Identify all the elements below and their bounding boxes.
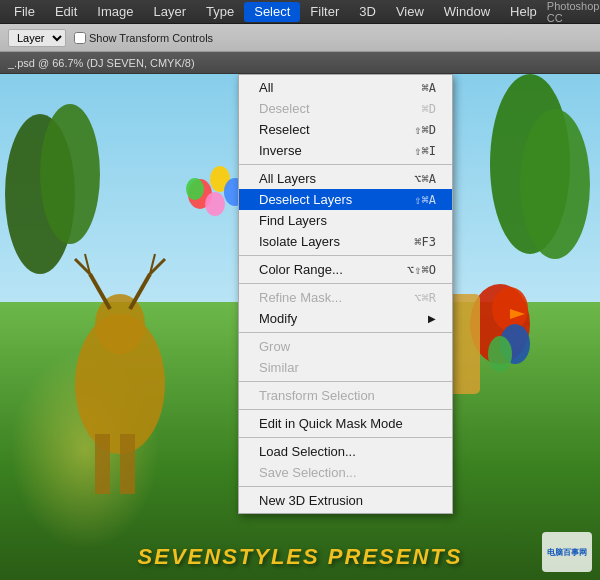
menu-item-modify[interactable]: Modify ▶ <box>239 308 452 329</box>
menu-item-similar-label: Similar <box>259 360 299 375</box>
menu-item-refine-mask-shortcut: ⌥⌘R <box>414 291 436 305</box>
menu-item-reselect-label: Reselect <box>259 122 310 137</box>
modify-arrow-icon: ▶ <box>428 313 436 324</box>
show-transform-text: Show Transform Controls <box>89 32 213 44</box>
menu-item-color-range-shortcut: ⌥⇧⌘O <box>407 263 436 277</box>
menu-item-all-layers[interactable]: All Layers ⌥⌘A <box>239 168 452 189</box>
separator-7 <box>239 437 452 438</box>
menu-item-grow[interactable]: Grow <box>239 336 452 357</box>
menu-item-isolate-layers-shortcut: ⌘F3 <box>414 235 436 249</box>
menu-item-quick-mask-label: Edit in Quick Mask Mode <box>259 416 403 431</box>
menu-image[interactable]: Image <box>87 2 143 22</box>
app-frame: File Edit Image Layer Type Select Filter… <box>0 0 600 580</box>
menu-item-deselect-layers-shortcut: ⇧⌘A <box>414 193 436 207</box>
menu-item-find-layers[interactable]: Find Layers <box>239 210 452 231</box>
separator-3 <box>239 283 452 284</box>
menu-3d[interactable]: 3D <box>349 2 386 22</box>
menu-item-isolate-layers-label: Isolate Layers <box>259 234 340 249</box>
canvas-area: LY 23 SEVENSTYLES PRESENTS 电脑百事网 All ⌘A … <box>0 74 600 580</box>
watermark: 电脑百事网 <box>542 532 592 572</box>
menu-item-save-selection-label: Save Selection... <box>259 465 357 480</box>
menu-item-modify-label: Modify <box>259 311 297 326</box>
menu-item-load-selection[interactable]: Load Selection... <box>239 441 452 462</box>
menu-select[interactable]: Select <box>244 2 300 22</box>
separator-2 <box>239 255 452 256</box>
menu-item-refine-mask-label: Refine Mask... <box>259 290 342 305</box>
menu-item-deselect-label: Deselect <box>259 101 310 116</box>
menu-item-all-layers-shortcut: ⌥⌘A <box>414 172 436 186</box>
menu-item-all-shortcut: ⌘A <box>422 81 436 95</box>
layer-select[interactable]: Layer <box>8 29 66 47</box>
menu-item-reselect-shortcut: ⇧⌘D <box>414 123 436 137</box>
menu-edit[interactable]: Edit <box>45 2 87 22</box>
menu-type[interactable]: Type <box>196 2 244 22</box>
bottom-text: SEVENSTYLES PRESENTS <box>0 544 600 570</box>
menu-item-all-label: All <box>259 80 273 95</box>
menu-item-all-layers-label: All Layers <box>259 171 316 186</box>
show-transform-label: Show Transform Controls <box>74 32 213 44</box>
options-bar: Layer Show Transform Controls <box>0 24 600 52</box>
menu-help[interactable]: Help <box>500 2 547 22</box>
separator-1 <box>239 164 452 165</box>
menu-item-deselect-layers-label: Deselect Layers <box>259 192 352 207</box>
separator-8 <box>239 486 452 487</box>
menu-item-load-selection-label: Load Selection... <box>259 444 356 459</box>
menu-item-similar[interactable]: Similar <box>239 357 452 378</box>
file-title: _.psd @ 66.7% (DJ SEVEN, CMYK/8) <box>8 57 195 69</box>
title-bar: _.psd @ 66.7% (DJ SEVEN, CMYK/8) <box>0 52 600 74</box>
sun-effect <box>10 350 160 550</box>
menu-item-refine-mask[interactable]: Refine Mask... ⌥⌘R <box>239 287 452 308</box>
menu-item-deselect[interactable]: Deselect ⌘D <box>239 98 452 119</box>
menu-view[interactable]: View <box>386 2 434 22</box>
menu-item-deselect-shortcut: ⌘D <box>422 102 436 116</box>
menu-window[interactable]: Window <box>434 2 500 22</box>
menu-file[interactable]: File <box>4 2 45 22</box>
menu-item-find-layers-label: Find Layers <box>259 213 327 228</box>
menu-item-quick-mask[interactable]: Edit in Quick Mask Mode <box>239 413 452 434</box>
separator-6 <box>239 409 452 410</box>
menu-item-new-3d-label: New 3D Extrusion <box>259 493 363 508</box>
menu-item-all[interactable]: All ⌘A <box>239 77 452 98</box>
menu-item-deselect-layers[interactable]: Deselect Layers ⇧⌘A <box>239 189 452 210</box>
menu-item-inverse-shortcut: ⇧⌘I <box>414 144 436 158</box>
menu-item-inverse[interactable]: Inverse ⇧⌘I <box>239 140 452 161</box>
menu-item-transform-selection-label: Transform Selection <box>259 388 375 403</box>
menu-item-inverse-label: Inverse <box>259 143 302 158</box>
app-name: Photoshop CC <box>547 0 600 24</box>
menu-item-save-selection[interactable]: Save Selection... <box>239 462 452 483</box>
menu-filter[interactable]: Filter <box>300 2 349 22</box>
separator-4 <box>239 332 452 333</box>
menu-item-reselect[interactable]: Reselect ⇧⌘D <box>239 119 452 140</box>
menu-item-color-range[interactable]: Color Range... ⌥⇧⌘O <box>239 259 452 280</box>
menu-layer[interactable]: Layer <box>144 2 197 22</box>
select-menu-dropdown: All ⌘A Deselect ⌘D Reselect ⇧⌘D Inverse … <box>238 74 453 514</box>
show-transform-checkbox[interactable] <box>74 32 86 44</box>
menu-item-isolate-layers[interactable]: Isolate Layers ⌘F3 <box>239 231 452 252</box>
menu-item-transform-selection[interactable]: Transform Selection <box>239 385 452 406</box>
menu-item-grow-label: Grow <box>259 339 290 354</box>
menu-item-color-range-label: Color Range... <box>259 262 343 277</box>
menubar: File Edit Image Layer Type Select Filter… <box>0 0 600 24</box>
separator-5 <box>239 381 452 382</box>
menu-item-new-3d[interactable]: New 3D Extrusion <box>239 490 452 511</box>
